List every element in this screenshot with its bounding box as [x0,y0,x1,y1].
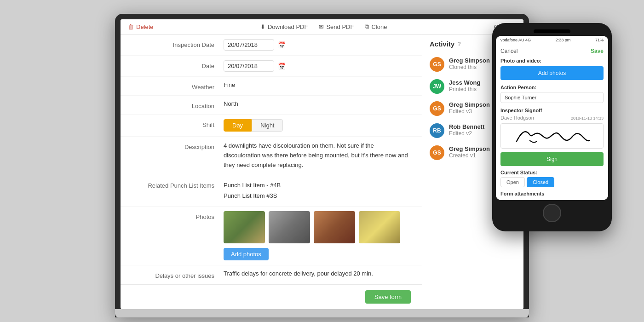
description-label: Description [132,141,224,150]
photo-2[interactable] [269,211,310,243]
status-open-button[interactable]: Open [500,177,525,187]
laptop-screen: 🗑 Delete ⬇ Download PDF ✉ Send PDF ⧉ Clo… [121,19,523,309]
battery-text: 71% [595,38,604,42]
delays-label: Delays or other issues [132,270,224,279]
avatar-gs-1: GS [430,57,444,72]
send-icon: ✉ [319,23,324,30]
weather-label: Weather [132,81,224,91]
signature-svg [501,124,603,148]
save-form-bar: Save form [121,284,422,309]
toolbar: 🗑 Delete ⬇ Download PDF ✉ Send PDF ⧉ Clo… [121,19,523,34]
phone-screen: vodafone AU 4G 2:33 pm 71% Cancel Save P… [496,36,608,200]
delete-button[interactable]: 🗑 Delete [128,23,154,30]
trash-icon: 🗑 [128,23,134,30]
inspection-date-row: Inspection Date 📅 [121,34,422,56]
phone-action-person-input[interactable] [500,92,604,103]
description-row: Description 4 downlights have discoloura… [121,137,422,175]
weather-row: Weather Fine [121,77,422,96]
date-value: 📅 [224,60,411,72]
download-icon: ⬇ [260,23,265,30]
photo-3[interactable] [314,211,355,243]
description-value: 4 downlights have discolouration on them… [224,141,411,170]
inspection-date-value: 📅 [224,39,411,51]
clone-icon: ⧉ [365,23,369,30]
clone-button[interactable]: ⧉ Clone [365,23,387,30]
shift-row: Shift Day Night [121,115,422,137]
photos-value: Add photos [224,211,411,260]
shift-day-button[interactable]: Day [224,119,252,132]
date-row: Date 📅 [121,56,422,77]
punch-list-label: Related Punch List Items [132,180,224,189]
delays-row: Delays or other issues Traffic delays fo… [121,265,422,284]
calendar-icon-2[interactable]: 📅 [278,63,286,70]
inspection-date-label: Inspection Date [132,39,224,48]
phone-status-label: Current Status: [500,170,604,175]
phone-inspector-label: Inspector Signoff [500,108,604,113]
location-row: Location North [121,96,422,115]
photo-4[interactable] [359,211,400,243]
avatar-jw-1: JW [430,79,444,94]
signature-area[interactable] [500,123,604,149]
punch-list-item-1: Punch List Item - #4B [224,180,411,190]
weather-value: Fine [224,81,411,88]
location-value: North [224,100,411,107]
avatar-gs-2: GS [430,101,444,116]
phone-save-button[interactable]: Save [591,48,604,54]
inspection-date-input[interactable] [224,39,274,51]
punch-list-item-2: Punch List Item #3S [224,190,411,201]
date-input[interactable] [224,60,274,72]
laptop-shell: 🗑 Delete ⬇ Download PDF ✉ Send PDF ⧉ Clo… [115,14,529,317]
carrier-text: vodafone AU 4G [500,38,531,42]
download-pdf-button[interactable]: ⬇ Download PDF [260,23,308,30]
photo-1[interactable] [224,211,265,243]
activity-help-icon[interactable]: ? [457,40,461,47]
send-pdf-button[interactable]: ✉ Send PDF [319,23,354,30]
punch-list-value: Punch List Item - #4B Punch List Item #3… [224,180,411,201]
status-closed-button[interactable]: Closed [527,177,554,187]
shift-night-button[interactable]: Night [252,119,283,132]
phone-header: Cancel Save [500,48,604,54]
photos-row: Photos Add photos [121,207,422,265]
phone-content: Cancel Save Photo and video: Add photos … [496,44,608,200]
avatar-gs-3: GS [430,145,444,160]
phone-add-photos-button[interactable]: Add photos [500,66,604,80]
phone-sign-button[interactable]: Sign [500,152,604,166]
location-label: Location [132,100,224,109]
phone-status-buttons: Open Closed [500,177,604,187]
phone-action-person-label: Action Person: [500,85,604,90]
phone-home-button[interactable] [543,204,561,222]
avatar-rb-1: RB [430,123,444,138]
toolbar-center: ⬇ Download PDF ✉ Send PDF ⧉ Clone [154,23,494,30]
phone-sig-date: 2018-11-13 14:33 [571,116,604,121]
delays-value: Traffic delays for concrete delivery, po… [224,270,411,277]
phone-overlay: vodafone AU 4G 2:33 pm 71% Cancel Save P… [492,23,612,231]
form-area: Inspection Date 📅 Date [121,34,422,309]
phone-form-attachments-label: Form attachments [500,191,604,196]
shift-label: Shift [132,119,224,128]
delete-label: Delete [136,23,154,30]
phone-inspector-name: Dave Hodgson [500,115,534,121]
shift-value: Day Night [224,119,411,132]
save-form-button[interactable]: Save form [365,290,411,304]
content-area: Inspection Date 📅 Date [121,34,523,309]
laptop-base [115,309,529,317]
date-label: Date [132,60,224,69]
phone-notch [534,29,570,33]
phone-cancel-button[interactable]: Cancel [500,48,518,54]
phone-statusbar: vodafone AU 4G 2:33 pm 71% [496,36,608,44]
time-text: 2:33 pm [556,38,571,42]
photos-grid [224,211,411,243]
phone-photo-label: Photo and video: [500,58,604,63]
add-photos-button[interactable]: Add photos [224,248,269,260]
photos-label: Photos [132,211,224,220]
punch-list-row: Related Punch List Items Punch List Item… [121,175,422,207]
calendar-icon[interactable]: 📅 [278,41,286,49]
